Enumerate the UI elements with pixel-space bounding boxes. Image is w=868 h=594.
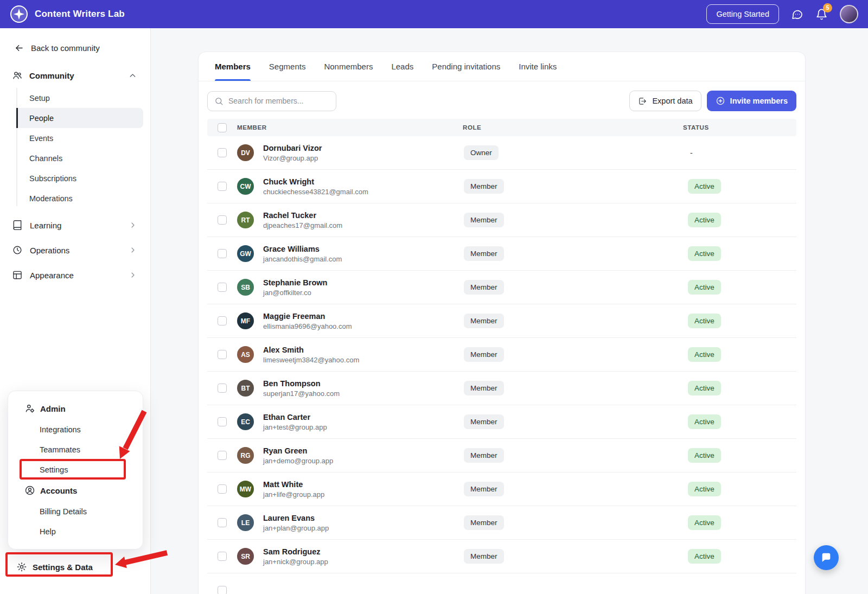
- sidebar-item-settings[interactable]: Settings: [8, 459, 143, 480]
- member-name: Chuck Wright: [263, 177, 368, 186]
- row-checkbox[interactable]: [218, 451, 227, 460]
- sidebar-item-help[interactable]: Help: [8, 521, 143, 541]
- row-checkbox[interactable]: [218, 417, 227, 426]
- appearance-label: Appearance: [30, 271, 74, 280]
- chat-icon[interactable]: [791, 8, 803, 21]
- status-badge: Active: [688, 280, 721, 295]
- sidebar-item-settings-and-data[interactable]: Settings & Data: [16, 561, 93, 572]
- tab-invite-links[interactable]: Invite links: [519, 52, 557, 81]
- tab-nonmembers[interactable]: Nonmembers: [324, 52, 373, 81]
- member-avatar: MF: [237, 312, 254, 329]
- row-checkbox[interactable]: [218, 484, 227, 494]
- member-email: jan+nick@group.app: [263, 558, 328, 566]
- sidebar-item-integrations[interactable]: Integrations: [8, 419, 143, 439]
- status-badge: Active: [688, 347, 721, 362]
- table-row: MF Maggie Freeman ellismania9696@yahoo.c…: [207, 304, 796, 338]
- invite-members-button[interactable]: Invite members: [707, 91, 796, 111]
- row-checkbox[interactable]: [218, 249, 227, 258]
- back-to-community-link[interactable]: Back to community: [0, 28, 150, 64]
- sidebar-item-events[interactable]: Events: [16, 128, 143, 148]
- table-row: DV Dornubari Vizor Vizor@group.app Owner…: [207, 136, 796, 170]
- row-checkbox[interactable]: [218, 552, 227, 561]
- member-email: jan+plan@group.app: [263, 524, 329, 532]
- settings-and-data-label: Settings & Data: [33, 563, 93, 572]
- sidebar-section-community[interactable]: Community: [0, 64, 150, 87]
- row-checkbox[interactable]: [218, 518, 227, 527]
- select-all-checkbox[interactable]: [218, 123, 227, 132]
- status-badge: Active: [688, 314, 721, 328]
- status-badge: Active: [688, 414, 721, 429]
- row-checkbox[interactable]: [218, 586, 227, 594]
- row-checkbox[interactable]: [218, 283, 227, 292]
- user-avatar[interactable]: [840, 5, 858, 23]
- status-badge: -: [690, 149, 693, 157]
- member-avatar: LE: [237, 514, 254, 531]
- member-name: Rachel Tucker: [263, 211, 342, 220]
- table-row: SB Stephanie Brown jan@offkilter.co Memb…: [207, 271, 796, 304]
- member-name: Ben Thompson: [263, 379, 340, 388]
- back-to-community-label: Back to community: [31, 43, 100, 53]
- sidebar-item-teammates[interactable]: Teammates: [8, 439, 143, 459]
- search-input[interactable]: [228, 97, 329, 105]
- table-row: MW Matt White jan+life@group.app Member …: [207, 472, 796, 506]
- member-email: djpeaches17@gmail.com: [263, 221, 342, 229]
- member-name: Dornubari Vizor: [263, 144, 322, 152]
- row-checkbox[interactable]: [218, 384, 227, 393]
- status-badge: Active: [688, 246, 721, 261]
- sidebar-section-operations[interactable]: Operations: [0, 238, 150, 263]
- row-checkbox[interactable]: [218, 148, 227, 157]
- sidebar-section-learning[interactable]: Learning: [0, 213, 150, 238]
- member-email: limesweetjm3842@yahoo.com: [263, 356, 359, 364]
- community-icon: [12, 70, 23, 81]
- export-data-button[interactable]: Export data: [629, 91, 701, 111]
- member-name: Ethan Carter: [263, 413, 327, 421]
- sidebar-item-channels[interactable]: Channels: [16, 148, 143, 168]
- invite-members-label: Invite members: [730, 97, 788, 105]
- app-logo-icon[interactable]: [10, 5, 28, 23]
- row-checkbox[interactable]: [218, 215, 227, 225]
- plus-circle-icon: [716, 96, 725, 106]
- tab-segments[interactable]: Segments: [269, 52, 306, 81]
- tab-leads[interactable]: Leads: [391, 52, 413, 81]
- members-tabs: Members Segments Nonmembers Leads Pendin…: [199, 52, 805, 81]
- table-row: SR Sam Rodriguez jan+nick@group.app Memb…: [207, 540, 796, 573]
- status-badge: Active: [688, 482, 721, 496]
- tab-members[interactable]: Members: [215, 52, 251, 81]
- sidebar-item-moderations[interactable]: Moderations: [16, 188, 143, 208]
- role-badge: Member: [464, 213, 504, 227]
- column-header-role: ROLE: [463, 124, 683, 131]
- chat-bubble-icon: [820, 552, 832, 564]
- admin-section[interactable]: Admin: [8, 398, 143, 419]
- gear-icon: [16, 561, 27, 572]
- member-avatar: RT: [237, 212, 254, 228]
- row-checkbox[interactable]: [218, 350, 227, 359]
- sidebar-section-appearance[interactable]: Appearance: [0, 263, 150, 288]
- tab-pending-invitations[interactable]: Pending invitations: [432, 52, 500, 81]
- sidebar-item-billing-details[interactable]: Billing Details: [8, 501, 143, 521]
- member-name: Matt White: [263, 480, 324, 489]
- sidebar-item-people[interactable]: People: [16, 108, 143, 128]
- table-row: BT Ben Thompson superjan17@yahoo.com Mem…: [207, 372, 796, 405]
- community-section-label: Community: [29, 71, 74, 80]
- sidebar-item-setup[interactable]: Setup: [16, 88, 143, 108]
- admin-label: Admin: [40, 404, 66, 413]
- member-avatar: CW: [237, 178, 254, 195]
- chat-widget-button[interactable]: [814, 545, 839, 570]
- role-badge: Member: [464, 280, 504, 295]
- layout-icon: [12, 270, 23, 280]
- getting-started-button[interactable]: Getting Started: [706, 4, 779, 24]
- sidebar-item-subscriptions[interactable]: Subscriptions: [16, 168, 143, 188]
- row-checkbox[interactable]: [218, 182, 227, 191]
- member-email: ellismania9696@yahoo.com: [263, 322, 352, 330]
- row-checkbox[interactable]: [218, 316, 227, 325]
- notifications-bell-icon[interactable]: 5: [815, 8, 828, 21]
- accounts-label: Accounts: [40, 486, 77, 495]
- status-badge: Active: [688, 448, 721, 463]
- role-badge: Member: [464, 246, 504, 261]
- member-avatar: SB: [237, 279, 254, 296]
- table-row: LE Lauren Evans jan+plan@group.app Membe…: [207, 506, 796, 540]
- table-row: AS Alex Smith limesweetjm3842@yahoo.com …: [207, 338, 796, 372]
- sidebar: Back to community Community Setup People…: [0, 28, 151, 594]
- chevron-up-icon: [128, 71, 137, 80]
- accounts-section[interactable]: Accounts: [8, 480, 143, 501]
